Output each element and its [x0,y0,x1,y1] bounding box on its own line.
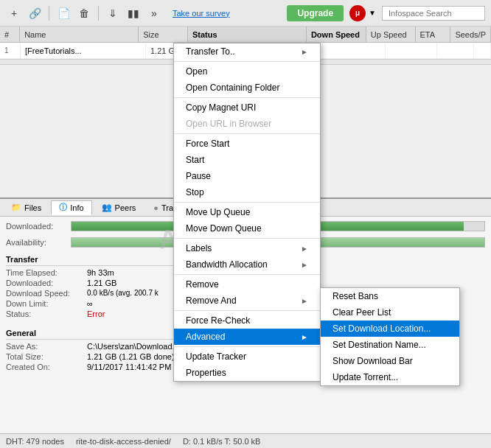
menu-update-tracker[interactable]: Update Tracker [174,349,320,365]
menu-start[interactable]: Start [174,152,320,168]
row-name: [FreeTutorials... [21,43,146,58]
menu-sep-8 [174,346,320,347]
menu-sep-1 [174,61,320,62]
submenu-update-torrent[interactable]: Update Torrent... [321,369,459,385]
row-up-speed [386,43,437,58]
menu-copy-magnet[interactable]: Copy Magnet URI [174,99,320,116]
submenu-update-torrent-label: Update Torrent... [332,372,398,382]
delete-icon[interactable]: 🗑 [76,5,92,21]
tab-peers[interactable]: 👥 Peers [94,200,144,215]
col-eta[interactable]: ETA [416,27,451,42]
info-icon: ⓘ [59,202,67,213]
menu-advanced[interactable]: Advanced ► [174,329,320,345]
toolbar-separator-2 [98,6,99,21]
menu-move-up-label: Move Up Queue [186,207,250,217]
menu-transfer-to-label: Transfer To.. [186,46,235,57]
submenu-clear-peer-list-label: Clear Peer List [332,307,391,318]
statusbar-dht: DHT: 479 nodes [6,437,64,446]
menu-move-down-label: Move Down Queue [186,223,262,234]
col-up-speed[interactable]: Up Speed [366,27,416,42]
survey-link[interactable]: Take our survey [173,9,230,18]
menu-labels-label: Labels [186,243,212,253]
context-menu: Transfer To.. ► Open Open Containing Fol… [173,43,321,382]
menu-force-start[interactable]: Force Start [174,136,320,152]
statusbar: DHT: 479 nodes rite-to-disk-access-denie… [0,433,491,448]
menu-copy-magnet-label: Copy Magnet URI [186,102,256,113]
more-icon[interactable]: » [146,5,162,21]
save-as-val: C:\Users\zan\Download... [87,342,179,351]
menu-move-down[interactable]: Move Down Queue [174,220,320,237]
menu-remove[interactable]: Remove [174,276,320,293]
col-name[interactable]: Name [20,27,139,42]
menu-sep-5 [174,238,320,239]
submenu-set-destination-name[interactable]: Set Destination Name... [321,337,459,353]
time-elapsed-val: 9h 33m [87,268,114,277]
downloaded-detail-key: Downloaded: [6,279,87,287]
col-seeds[interactable]: Seeds/P [450,27,491,42]
downloaded-detail-val: 1.21 GB [87,279,116,287]
trackers-icon: ● [153,203,159,212]
status-key: Status: [6,309,87,318]
tab-info-label: Info [70,203,83,212]
tab-info[interactable]: ⓘ Info [51,200,91,215]
add-icon[interactable]: + [6,5,22,21]
submenu-set-download-location-label: Set Download Location... [332,323,431,334]
link-icon[interactable]: 🔗 [27,5,43,21]
file-icon[interactable]: 📄 [55,5,72,21]
folder-icon: 📁 [11,203,21,212]
menu-force-recheck-label: Force Re-Check [186,315,250,326]
menu-pause[interactable]: Pause [174,168,320,184]
row-hash: 1 [0,43,21,58]
menu-move-up[interactable]: Move Up Queue [174,204,320,220]
submenu-reset-bans[interactable]: Reset Bans [321,288,459,304]
menu-bandwidth-arrow: ► [301,261,308,269]
upgrade-button[interactable]: Upgrade [287,5,344,21]
pause-icon[interactable]: ▮▮ [125,5,142,21]
menu-force-recheck[interactable]: Force Re-Check [174,312,320,329]
submenu-advanced: Reset Bans Clear Peer List Set Download … [320,287,460,386]
col-hash[interactable]: # [0,27,20,42]
menu-labels[interactable]: Labels ► [174,240,320,256]
submenu-show-download-bar[interactable]: Show Download Bar [321,353,459,369]
menu-open-label: Open [186,66,207,77]
menu-sep-7 [174,310,320,311]
col-status[interactable]: Status [188,27,307,42]
tab-peers-label: Peers [115,203,136,212]
submenu-set-download-location[interactable]: Set Download Location... [321,321,459,337]
tab-files[interactable]: 📁 Files [3,200,49,215]
utorrent-logo: μ [349,5,366,21]
col-size[interactable]: Size [139,27,188,42]
toolbar-dropdown-arrow[interactable]: ▼ [369,9,376,17]
created-on-key: Created On: [6,363,87,371]
menu-open-url-label: Open URL in Browser [186,119,271,129]
row-seeds [474,43,491,58]
row-down-speed [323,43,386,58]
menu-stop[interactable]: Stop [174,184,320,200]
menu-properties-label: Properties [186,368,226,378]
down-limit-val: ∞ [87,299,93,308]
table-header: # Name Size Status Down Speed Up Speed E… [0,27,491,43]
menu-labels-arrow: ► [301,245,308,253]
menu-advanced-arrow: ► [301,333,308,341]
total-size-key: Total Size: [6,352,87,361]
peers-icon: 👥 [102,203,112,212]
time-elapsed-key: Time Elapsed: [6,268,87,277]
menu-remove-and[interactable]: Remove And ► [174,293,320,309]
status-val: Error [87,309,105,318]
download-speed-val: 0.0 kB/s (avg. 200.7 k [87,289,159,298]
menu-start-label: Start [186,155,204,165]
menu-bandwidth-allocation[interactable]: Bandwidth Allocation ► [174,256,320,273]
total-size-val: 1.21 GB (1.21 GB done) [87,352,175,361]
menu-properties[interactable]: Properties [174,365,320,381]
statusbar-speed: D: 0.1 kB/s T: 50.0 kB [183,437,261,446]
menu-force-start-label: Force Start [186,139,229,149]
menu-pause-label: Pause [186,171,211,181]
submenu-clear-peer-list[interactable]: Clear Peer List [321,304,459,321]
download-icon[interactable]: ⇓ [105,5,121,21]
menu-transfer-to[interactable]: Transfer To.. ► [174,43,320,60]
menu-stop-label: Stop [186,187,204,197]
menu-open-folder[interactable]: Open Containing Folder [174,80,320,96]
col-down-speed[interactable]: Down Speed [307,27,366,42]
search-input[interactable] [382,6,485,21]
menu-open[interactable]: Open [174,63,320,80]
